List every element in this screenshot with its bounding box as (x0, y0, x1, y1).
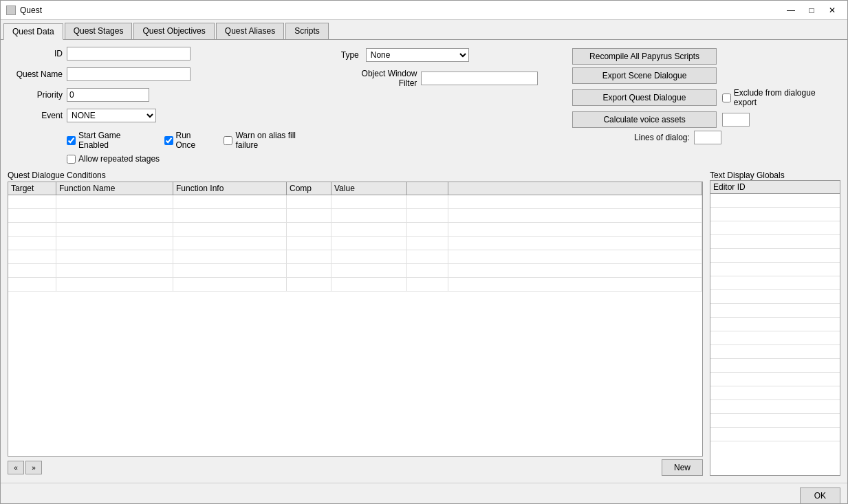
cell (331, 195, 407, 208)
cell (407, 195, 448, 208)
tab-quest-aliases[interactable]: Quest Aliases (216, 23, 284, 39)
cell (287, 264, 331, 277)
start-game-enabled-input[interactable] (67, 136, 76, 145)
cell (8, 264, 56, 277)
table-row[interactable] (8, 223, 702, 237)
conditions-table: Target Function Name Function Info Comp … (8, 182, 703, 457)
id-input[interactable] (67, 47, 191, 61)
warn-alias-input[interactable] (224, 136, 232, 145)
object-window-row: Object Window Filter (341, 69, 538, 88)
id-label: ID (8, 49, 63, 58)
cell (8, 237, 56, 250)
text-display-row (710, 359, 840, 373)
text-display-row (710, 249, 840, 263)
tab-scripts[interactable]: Scripts (285, 23, 329, 39)
event-select[interactable]: NONE OnQuestInit OnQuestStart OnQuestDon… (67, 109, 156, 122)
cell (173, 250, 287, 263)
allow-repeated-input[interactable] (67, 155, 76, 164)
ok-button[interactable]: OK (800, 487, 840, 504)
table-row[interactable] (8, 264, 702, 278)
table-row[interactable] (8, 195, 702, 209)
text-display-panel: Text Display Globals Editor ID (710, 171, 840, 476)
table-row[interactable] (8, 250, 702, 264)
title-bar: Quest — □ ✕ (1, 1, 847, 20)
warn-alias-checkbox[interactable]: Warn on alias fill failure (224, 131, 320, 150)
bottom-bar: OK (1, 483, 847, 504)
priority-input[interactable] (67, 88, 149, 102)
top-section: ID Quest Name Priority Event NONE (8, 47, 840, 164)
prev-button[interactable]: » (25, 461, 42, 474)
text-display-label: Text Display Globals (710, 171, 840, 180)
cell (407, 264, 448, 277)
text-display-row (710, 276, 840, 290)
cell (287, 250, 331, 263)
calculate-voice-row: Calculate voice assets (572, 111, 840, 128)
table-row[interactable] (8, 209, 702, 223)
checkbox-row1: Start Game Enabled Run Once Warn on alia… (67, 131, 320, 150)
window-icon (6, 6, 16, 15)
tab-quest-objectives[interactable]: Quest Objectives (133, 23, 214, 39)
cell (287, 237, 331, 250)
exclude-dialogue-checkbox[interactable]: Exclude from dialogue export (722, 88, 840, 107)
lines-of-dialog-input[interactable] (694, 131, 721, 144)
conditions-panel: Quest Dialogue Conditions Target Functio… (8, 171, 703, 476)
questname-input[interactable] (67, 67, 191, 81)
close-button[interactable]: ✕ (823, 3, 842, 17)
cell (56, 264, 173, 277)
tab-quest-stages[interactable]: Quest Stages (65, 23, 133, 39)
main-window: Quest — □ ✕ Quest Data Quest Stages Ques… (0, 0, 848, 504)
maximize-button[interactable]: □ (802, 3, 821, 17)
exclude-dialogue-input[interactable] (722, 94, 731, 102)
export-quest-button[interactable]: Export Quest Dialogue (572, 89, 717, 106)
conditions-label: Quest Dialogue Conditions (8, 171, 703, 180)
start-game-enabled-checkbox[interactable]: Start Game Enabled (67, 131, 153, 150)
text-display-list[interactable]: Editor ID (710, 180, 840, 476)
table-row[interactable] (8, 237, 702, 250)
type-select[interactable]: None Civil War Daedric DLC01 (366, 48, 469, 62)
cell (56, 223, 173, 236)
text-display-row (710, 318, 840, 331)
object-window-input[interactable] (421, 72, 538, 85)
run-once-input[interactable] (164, 136, 173, 145)
prev-prev-button[interactable]: « (8, 461, 24, 474)
recompile-button[interactable]: Recompile All Papyrus Scripts (572, 48, 717, 65)
col-value-header: Value (331, 182, 407, 195)
id-row: ID (8, 47, 320, 61)
allow-repeated-checkbox[interactable]: Allow repeated stages (67, 154, 320, 164)
cell (331, 209, 407, 222)
calculate-voice-button[interactable]: Calculate voice assets (572, 111, 717, 128)
table-row[interactable] (8, 278, 702, 292)
export-scene-button[interactable]: Export Scene Dialogue (572, 67, 717, 84)
cell (173, 278, 287, 291)
col-extra2-header (448, 182, 702, 195)
cell (407, 278, 448, 291)
cell (407, 223, 448, 236)
col-funcname-header: Function Name (56, 182, 173, 195)
cell (331, 278, 407, 291)
questname-row: Quest Name (8, 67, 320, 81)
cell (287, 223, 331, 236)
cell (8, 209, 56, 222)
minimize-button[interactable]: — (781, 3, 801, 17)
left-form: ID Quest Name Priority Event NONE (8, 47, 320, 164)
text-display-row (710, 331, 840, 345)
cell (448, 250, 702, 263)
text-display-row (710, 345, 840, 359)
priority-label: Priority (8, 90, 63, 100)
cell (448, 209, 702, 222)
cell (56, 209, 173, 222)
text-display-row (710, 373, 840, 386)
run-once-checkbox[interactable]: Run Once (164, 131, 213, 150)
cell (173, 237, 287, 250)
cell (8, 195, 56, 208)
new-button[interactable]: New (662, 459, 703, 476)
exclude-dialogue-label: Exclude from dialogue export (734, 88, 840, 107)
cell (56, 237, 173, 250)
cell (173, 264, 287, 277)
cell (173, 195, 287, 208)
col-target-header: Target (8, 182, 56, 195)
title-bar-left: Quest (6, 6, 42, 15)
tab-quest-data[interactable]: Quest Data (3, 23, 63, 40)
calculate-voice-input[interactable] (722, 113, 750, 127)
lines-of-dialog-row: Lines of dialog: (572, 131, 840, 144)
